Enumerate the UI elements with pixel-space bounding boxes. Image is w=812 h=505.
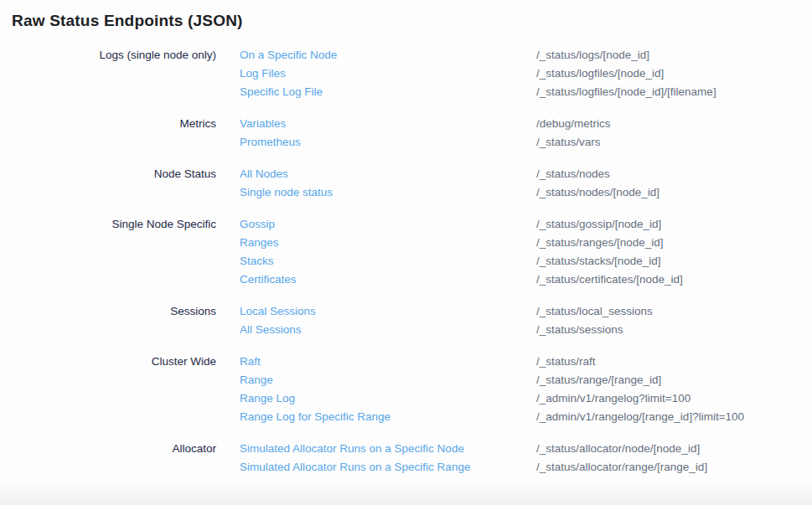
category-label: Allocator: [0, 440, 216, 477]
endpoint-row: Simulated Allocator Runs on a Specific R…: [240, 458, 707, 477]
endpoint-link[interactable]: On a Specific Node: [240, 46, 536, 64]
category-label: Single Node Specific: [0, 215, 216, 289]
endpoint-link[interactable]: Simulated Allocator Runs on a Specific R…: [240, 458, 536, 477]
endpoint-row: Single node status /_status/nodes/[node_…: [240, 183, 659, 202]
endpoint-row: Range Log for Specific Range /_admin/v1/…: [240, 408, 744, 426]
endpoint-link[interactable]: All Nodes: [240, 165, 536, 183]
endpoint-row: Log Files /_status/logfiles/[node_id]: [240, 64, 716, 83]
endpoint-path: /_status/allocator/range/[range_id]: [536, 458, 707, 477]
endpoint-link[interactable]: Certificates: [240, 271, 536, 289]
endpoint-link[interactable]: Specific Log File: [240, 83, 536, 101]
endpoint-sections: Logs (single node only) On a Specific No…: [0, 46, 812, 477]
endpoint-link[interactable]: Ranges: [240, 234, 536, 252]
endpoint-link[interactable]: Single node status: [240, 183, 536, 202]
category-label: Metrics: [0, 115, 216, 152]
endpoint-path: /_status/logfiles/[node_id]: [536, 64, 664, 83]
endpoint-row: Prometheus /_status/vars: [240, 133, 611, 152]
endpoint-row: Variables /debug/metrics: [240, 115, 611, 133]
endpoint-row: All Nodes /_status/nodes: [240, 165, 659, 183]
endpoint-path: /_status/range/[range_id]: [536, 371, 661, 389]
endpoint-path: /_status/sessions: [536, 321, 623, 339]
endpoint-path: /_admin/v1/rangelog?limit=100: [536, 389, 690, 408]
footer-strip: [0, 484, 812, 505]
endpoint-section: Sessions Local Sessions /_status/local_s…: [0, 302, 812, 339]
endpoint-path: /_status/logfiles/[node_id]/[filename]: [536, 83, 716, 101]
endpoint-link[interactable]: Gossip: [240, 215, 536, 234]
endpoint-rows: Local Sessions /_status/local_sessions A…: [240, 302, 653, 339]
endpoint-link[interactable]: Stacks: [240, 252, 536, 271]
endpoint-row: Range /_status/range/[range_id]: [240, 371, 744, 389]
endpoint-path: /_status/nodes/[node_id]: [536, 183, 659, 202]
endpoint-path: /_status/allocator/node/[node_id]: [536, 440, 700, 458]
endpoint-path: /_status/vars: [536, 133, 601, 152]
endpoint-path: /_status/local_sessions: [536, 302, 653, 321]
endpoint-rows: On a Specific Node /_status/logs/[node_i…: [240, 46, 716, 101]
endpoint-row: Certificates /_status/certificates/[node…: [240, 271, 683, 289]
raw-status-endpoints-page: Raw Status Endpoints (JSON) Logs (single…: [0, 0, 812, 505]
endpoint-link[interactable]: Log Files: [240, 64, 536, 83]
endpoint-section: Node Status All Nodes /_status/nodes Sin…: [0, 165, 812, 202]
endpoint-rows: Simulated Allocator Runs on a Specific N…: [240, 440, 707, 477]
endpoint-link[interactable]: Range Log: [240, 389, 536, 408]
endpoint-path: /_status/gossip/[node_id]: [536, 215, 661, 234]
endpoint-link[interactable]: Range Log for Specific Range: [240, 408, 536, 426]
endpoint-path: /_status/nodes: [536, 165, 610, 183]
endpoint-path: /_status/ranges/[node_id]: [536, 234, 664, 252]
endpoint-row: Specific Log File /_status/logfiles/[nod…: [240, 83, 716, 101]
endpoint-row: Ranges /_status/ranges/[node_id]: [240, 234, 683, 252]
endpoint-rows: All Nodes /_status/nodes Single node sta…: [240, 165, 659, 202]
endpoint-row: On a Specific Node /_status/logs/[node_i…: [240, 46, 716, 64]
endpoint-rows: Gossip /_status/gossip/[node_id] Ranges …: [240, 215, 683, 289]
endpoint-path: /_status/raft: [536, 353, 596, 371]
category-label: Node Status: [0, 165, 216, 202]
endpoint-path: /_admin/v1/rangelog/[range_id]?limit=100: [536, 408, 744, 426]
endpoint-link[interactable]: All Sessions: [240, 321, 536, 339]
category-label: Sessions: [0, 302, 216, 339]
endpoint-path: /debug/metrics: [536, 115, 611, 133]
endpoint-row: Local Sessions /_status/local_sessions: [240, 302, 653, 321]
endpoint-link[interactable]: Local Sessions: [240, 302, 536, 321]
category-label: Logs (single node only): [0, 46, 216, 101]
endpoint-row: Raft /_status/raft: [240, 353, 744, 371]
endpoint-link[interactable]: Prometheus: [240, 133, 536, 152]
endpoint-section: Metrics Variables /debug/metrics Prometh…: [0, 115, 812, 152]
endpoint-rows: Raft /_status/raft Range /_status/range/…: [240, 353, 744, 426]
endpoint-row: Range Log /_admin/v1/rangelog?limit=100: [240, 389, 744, 408]
endpoint-rows: Variables /debug/metrics Prometheus /_st…: [240, 115, 611, 152]
endpoint-row: Stacks /_status/stacks/[node_id]: [240, 252, 683, 271]
endpoint-row: Gossip /_status/gossip/[node_id]: [240, 215, 683, 234]
endpoint-section: Cluster Wide Raft /_status/raft Range /_…: [0, 353, 812, 426]
endpoint-path: /_status/certificates/[node_id]: [536, 271, 683, 289]
endpoint-row: All Sessions /_status/sessions: [240, 321, 653, 339]
endpoint-link[interactable]: Simulated Allocator Runs on a Specific N…: [240, 440, 536, 458]
page-title: Raw Status Endpoints (JSON): [0, 0, 812, 30]
endpoint-link[interactable]: Variables: [240, 115, 536, 133]
endpoint-path: /_status/logs/[node_id]: [536, 46, 649, 64]
endpoint-section: Allocator Simulated Allocator Runs on a …: [0, 440, 812, 477]
category-label: Cluster Wide: [0, 353, 216, 426]
endpoint-link[interactable]: Raft: [240, 353, 536, 371]
endpoint-row: Simulated Allocator Runs on a Specific N…: [240, 440, 707, 458]
endpoint-link[interactable]: Range: [240, 371, 536, 389]
endpoint-path: /_status/stacks/[node_id]: [536, 252, 661, 271]
endpoint-section: Logs (single node only) On a Specific No…: [0, 46, 812, 101]
endpoint-section: Single Node Specific Gossip /_status/gos…: [0, 215, 812, 289]
